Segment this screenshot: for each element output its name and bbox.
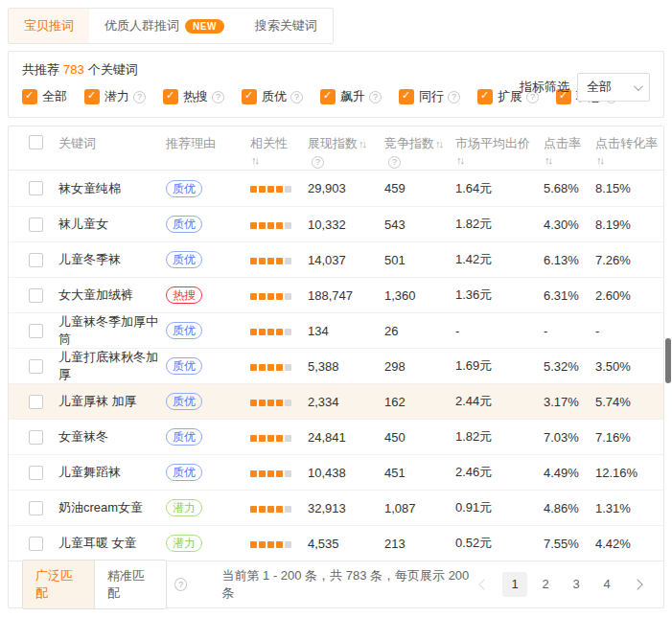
help-icon[interactable]: ?	[369, 91, 382, 103]
metric-filter-select[interactable]: 全部	[577, 73, 650, 102]
row-checkbox-cell	[9, 288, 58, 303]
impression-cell: 24,841	[308, 430, 384, 445]
relevance-square	[250, 541, 257, 548]
row-checkbox[interactable]	[29, 324, 43, 338]
keyword-cell[interactable]: 女大童加绒裤	[58, 286, 166, 304]
select-all-checkbox[interactable]	[29, 135, 43, 149]
row-checkbox[interactable]	[29, 430, 43, 445]
reason-tag: 质优	[166, 180, 202, 197]
impression-cell: 2,334	[308, 395, 384, 409]
sort-arrows-icon[interactable]: ↑↓	[545, 154, 551, 166]
keyword-table: 关键词 推荐理由 相关性 ↑↓ 展现指数↑↓ ? 竞争指数↑↓ ? 市场平均出价…	[8, 126, 664, 608]
row-checkbox[interactable]	[29, 359, 43, 374]
page-button[interactable]: 2	[533, 572, 558, 597]
reason-tag: 潜力	[166, 499, 202, 516]
keyword-cell[interactable]: 儿童舞蹈袜	[58, 464, 166, 481]
relevance-square	[285, 506, 291, 513]
scrollbar-thumb[interactable]	[665, 338, 671, 383]
help-icon[interactable]: ?	[133, 91, 146, 103]
checkbox-checked-icon[interactable]	[22, 89, 37, 104]
keyword-cell[interactable]: 袜女童纯棉	[58, 180, 166, 197]
row-checkbox[interactable]	[29, 537, 43, 551]
relevance-square	[285, 470, 291, 477]
sort-arrows-icon[interactable]: ↑↓	[596, 154, 603, 166]
filter-checkbox-item[interactable]: 潜力 ?	[84, 88, 146, 105]
impression-cell: 14,037	[308, 253, 384, 267]
filter-checkbox-item[interactable]: 飙升 ?	[320, 88, 382, 105]
relevance-square	[285, 222, 291, 229]
keyword-cell[interactable]: 儿童打底袜秋冬加厚	[58, 349, 166, 383]
row-checkbox[interactable]	[29, 253, 43, 267]
relevance-square	[259, 293, 266, 300]
help-icon[interactable]: ?	[290, 91, 303, 103]
reason-tag: 质优	[166, 251, 202, 268]
help-icon[interactable]: ?	[212, 91, 224, 103]
table-row: 袜女童纯棉 质优 29,903 459 1.64元 5.68% 8.15%	[9, 171, 663, 206]
filter-label: 同行	[419, 88, 444, 105]
relevance-bar	[250, 470, 291, 477]
filter-checkbox-item[interactable]: 热搜 ?	[163, 88, 224, 105]
keyword-cell[interactable]: 儿童耳暖 女童	[58, 535, 166, 552]
relevance-square	[276, 329, 283, 335]
keyword-cell[interactable]: 儿童冬季袜	[58, 251, 166, 268]
sort-arrows-icon[interactable]: ↑↓	[359, 138, 365, 149]
tab-premium-audience[interactable]: 优质人群推词 NEW	[89, 9, 240, 43]
relevance-square	[259, 258, 266, 264]
sort-arrows-icon[interactable]: ↑↓	[456, 154, 463, 166]
reason-cell: 质优	[166, 393, 250, 410]
sort-arrows-icon[interactable]: ↑↓	[435, 138, 442, 149]
row-checkbox[interactable]	[29, 395, 43, 409]
reason-cell: 质优	[166, 428, 250, 446]
competition-cell: 1,087	[384, 501, 455, 515]
filter-checkbox-item[interactable]: 同行 ?	[399, 88, 460, 105]
checkbox-checked-icon[interactable]	[84, 89, 100, 104]
filter-label: 飙升	[340, 88, 365, 105]
chevron-left-icon[interactable]	[472, 572, 497, 597]
page-button[interactable]: 4	[594, 572, 619, 597]
reason-cell: 质优	[166, 216, 250, 233]
keyword-cell[interactable]: 奶油cream女童	[58, 499, 166, 516]
row-checkbox[interactable]	[29, 217, 43, 232]
reason-cell: 质优	[166, 180, 250, 197]
keyword-recommendation-page: 宝贝推词 优质人群推词 NEW 搜索关键词 共推荐783个关键词 全部	[0, 0, 672, 618]
tab-search-keywords[interactable]: 搜索关键词	[240, 9, 333, 43]
checkbox-checked-icon[interactable]	[242, 89, 257, 104]
tab-baby-keywords[interactable]: 宝贝推词	[9, 9, 89, 43]
ctr-cell: 7.55%	[544, 537, 595, 551]
keyword-cell[interactable]: 儿童厚袜 加厚	[58, 393, 166, 410]
filter-checkbox-item[interactable]: 质优 ?	[242, 88, 303, 105]
match-type-exact-button[interactable]: 精准匹配	[94, 561, 166, 608]
chevron-right-icon[interactable]	[625, 572, 650, 597]
relevance-bar	[250, 329, 291, 335]
row-checkbox[interactable]	[29, 466, 43, 480]
relevance-square	[267, 400, 274, 406]
page-button[interactable]: 1	[502, 572, 527, 597]
competition-cell: 451	[384, 466, 455, 480]
checkbox-checked-icon[interactable]	[399, 89, 414, 104]
tab-bar: 宝贝推词 优质人群推词 NEW 搜索关键词	[8, 8, 334, 44]
ctr-cell: 6.13%	[544, 253, 595, 267]
row-checkbox[interactable]	[29, 288, 43, 303]
row-checkbox[interactable]	[29, 181, 43, 195]
relevance-cell	[250, 217, 308, 232]
checkbox-checked-icon[interactable]	[320, 89, 336, 104]
help-icon[interactable]: ?	[388, 156, 401, 169]
impression-cell: 134	[308, 324, 384, 338]
relevance-square	[267, 329, 274, 335]
match-type-broad-button[interactable]: 广泛匹配	[23, 561, 94, 608]
keyword-cell[interactable]: 儿童袜冬季加厚中筒	[58, 313, 166, 348]
checkbox-checked-icon[interactable]	[163, 89, 178, 104]
filter-checkbox-item[interactable]: 全部	[22, 88, 67, 105]
help-icon[interactable]: ?	[448, 91, 460, 103]
keyword-cell[interactable]: 女童袜冬	[58, 428, 166, 446]
filter-label: 热搜	[183, 88, 208, 105]
keyword-cell[interactable]: 袜儿童女	[58, 216, 166, 233]
checkbox-checked-icon[interactable]	[477, 89, 493, 104]
ctr-cell: 4.30%	[544, 217, 595, 232]
relevance-square	[267, 186, 274, 193]
page-button[interactable]: 3	[564, 572, 589, 597]
help-icon[interactable]: ?	[174, 578, 187, 591]
help-icon[interactable]: ?	[312, 156, 324, 169]
row-checkbox[interactable]	[29, 501, 43, 515]
sort-arrows-icon[interactable]: ↑↓	[251, 154, 258, 166]
